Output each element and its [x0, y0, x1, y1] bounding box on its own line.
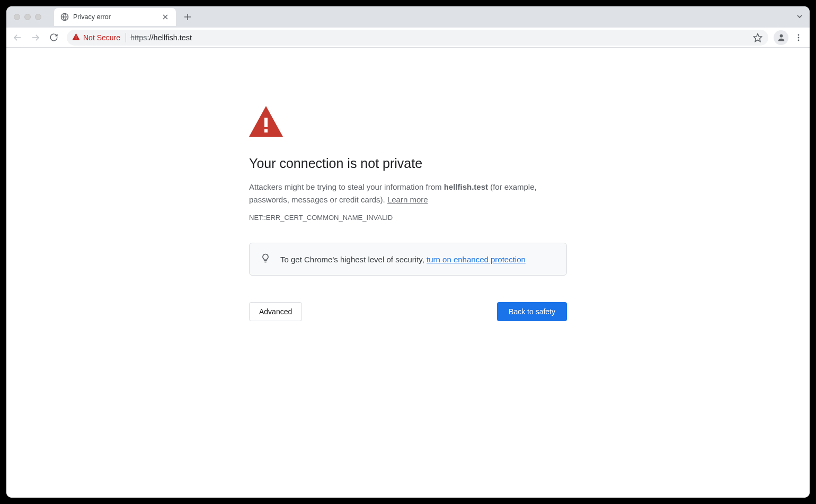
learn-more-link[interactable]: Learn more	[387, 195, 428, 204]
titlebar: Privacy error	[6, 6, 810, 28]
security-indicator[interactable]: Not Secure	[72, 33, 126, 42]
browser-window: Privacy error	[6, 6, 810, 498]
url-scheme: https	[130, 33, 147, 42]
svg-point-11	[779, 34, 783, 38]
svg-point-14	[798, 39, 800, 41]
svg-rect-8	[76, 36, 76, 38]
advanced-button[interactable]: Advanced	[249, 302, 302, 321]
enhanced-protection-link[interactable]: turn on enhanced protection	[427, 255, 526, 264]
reload-button[interactable]	[46, 30, 61, 46]
warning-triangle-icon	[249, 106, 567, 137]
maximize-window-button[interactable]	[35, 14, 41, 20]
enhanced-protection-tip: To get Chrome's highest level of securit…	[249, 243, 567, 276]
tab-search-button[interactable]	[796, 13, 803, 22]
back-button[interactable]	[10, 30, 25, 46]
svg-rect-16	[264, 129, 268, 132]
profile-button[interactable]	[774, 30, 788, 45]
tab-title: Privacy error	[73, 13, 157, 21]
url-rest: ://hellfish.test	[147, 33, 192, 42]
body-prefix: Attackers might be trying to steal your …	[249, 182, 444, 191]
tip-prefix: To get Chrome's highest level of securit…	[280, 255, 427, 264]
menu-button[interactable]	[791, 30, 806, 46]
forward-button[interactable]	[28, 30, 43, 46]
minimize-window-button[interactable]	[24, 14, 31, 20]
svg-marker-10	[754, 33, 762, 41]
button-row: Advanced Back to safety	[249, 302, 567, 321]
interstitial-headline: Your connection is not private	[249, 156, 567, 171]
bookmark-button[interactable]	[752, 32, 763, 43]
lightbulb-icon	[260, 253, 271, 266]
page-content: Your connection is not private Attackers…	[6, 48, 810, 498]
svg-rect-15	[264, 118, 268, 127]
tab-strip: Privacy error	[54, 6, 195, 28]
new-tab-button[interactable]	[180, 10, 195, 24]
window-controls	[14, 14, 41, 20]
close-tab-button[interactable]	[161, 13, 170, 21]
svg-point-13	[798, 37, 800, 38]
tab-privacy-error[interactable]: Privacy error	[54, 8, 176, 26]
address-bar[interactable]: Not Secure https://hellfish.test	[67, 30, 768, 46]
url-display: https://hellfish.test	[130, 33, 192, 42]
body-domain: hellfish.test	[444, 182, 488, 191]
back-to-safety-button[interactable]: Back to safety	[497, 302, 567, 321]
security-interstitial: Your connection is not private Attackers…	[249, 48, 567, 321]
security-label: Not Secure	[83, 33, 120, 42]
toolbar: Not Secure https://hellfish.test	[6, 28, 810, 48]
svg-point-12	[798, 34, 800, 36]
interstitial-body: Attackers might be trying to steal your …	[249, 181, 567, 206]
warning-triangle-icon	[72, 33, 80, 42]
svg-rect-9	[76, 38, 76, 39]
close-window-button[interactable]	[14, 14, 20, 20]
error-code: NET::ERR_CERT_COMMON_NAME_INVALID	[249, 214, 567, 222]
globe-icon	[60, 13, 69, 21]
tip-text: To get Chrome's highest level of securit…	[280, 255, 526, 264]
